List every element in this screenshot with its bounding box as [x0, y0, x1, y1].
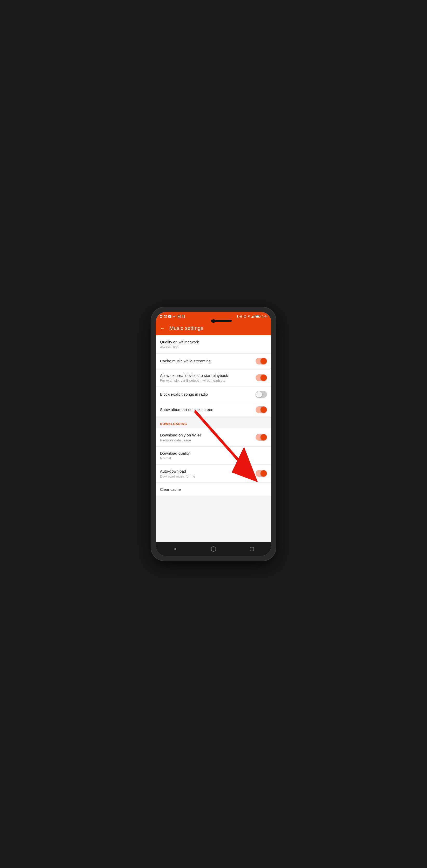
svg-rect-6 — [178, 315, 180, 318]
setting-title-album-art: Show album art on lock screen — [160, 407, 253, 412]
status-icons-right: 5:44 — [236, 315, 267, 318]
setting-text-block-explicit: Block explicit songs in radio — [160, 392, 256, 397]
phone-device: 5:44 ← Music settings Quality on wifi ne… — [151, 307, 276, 561]
svg-rect-27 — [250, 547, 254, 551]
setting-subtitle-download-wifi: Reduces data usage — [160, 438, 253, 442]
dnd-icon — [239, 315, 242, 318]
section-title-downloading: DOWNLOADING — [160, 422, 267, 426]
setting-item-auto-download[interactable]: Auto-download Download music for me — [156, 465, 271, 483]
svg-point-8 — [179, 316, 180, 316]
nav-recents-button[interactable] — [245, 542, 258, 556]
setting-text-auto-download: Auto-download Download music for me — [160, 469, 256, 478]
back-button[interactable]: ← — [160, 325, 165, 331]
status-gmail-icon — [164, 315, 167, 318]
section-header-downloading: DOWNLOADING — [156, 417, 271, 428]
setting-text-download-wifi: Download only on Wi-Fi Reduces data usag… — [160, 433, 256, 442]
toggle-download-wifi[interactable] — [256, 434, 267, 441]
signal-icon — [252, 315, 255, 318]
svg-rect-2 — [160, 317, 161, 318]
setting-text-external-devices: Allow external devices to start playback… — [160, 373, 256, 383]
setting-title-download-wifi: Download only on Wi-Fi — [160, 433, 253, 438]
wifi-icon — [247, 315, 251, 318]
setting-text-download-quality: Download quality Normal — [160, 451, 267, 460]
setting-item-quality-wifi[interactable]: Quality on wifi network Always High — [156, 335, 271, 353]
speaker — [211, 320, 232, 322]
toggle-knob-album-art — [261, 407, 267, 413]
svg-rect-20 — [252, 316, 253, 318]
settings-list: Quality on wifi network Always High Cach… — [156, 335, 271, 417]
status-instagram-icon — [178, 315, 180, 318]
setting-subtitle-quality-wifi: Always High — [160, 345, 264, 349]
battery-icon — [256, 315, 260, 318]
bluetooth-icon — [236, 315, 238, 318]
toggle-knob-block-explicit — [256, 391, 262, 398]
svg-rect-19 — [252, 317, 252, 318]
svg-point-7 — [178, 316, 179, 317]
status-instagram2-icon — [182, 315, 185, 318]
svg-point-26 — [211, 547, 216, 551]
setting-subtitle-download-quality: Normal — [160, 456, 264, 460]
phone-screen-container: 5:44 ← Music settings Quality on wifi ne… — [156, 312, 271, 556]
screen: 5:44 ← Music settings Quality on wifi ne… — [156, 312, 271, 556]
setting-title-external-devices: Allow external devices to start playback — [160, 373, 253, 378]
status-app1-icon — [160, 315, 163, 318]
setting-title-download-quality: Download quality — [160, 451, 264, 456]
svg-marker-25 — [174, 547, 176, 551]
settings-list-downloading: Download only on Wi-Fi Reduces data usag… — [156, 428, 271, 497]
svg-rect-3 — [161, 317, 162, 318]
setting-text-album-art: Show album art on lock screen — [160, 407, 256, 412]
status-time: 5:44 — [262, 315, 267, 318]
setting-subtitle-auto-download: Download music for me — [160, 474, 253, 478]
nav-bar — [156, 542, 271, 556]
nav-home-button[interactable] — [207, 542, 220, 556]
nav-back-button[interactable] — [169, 542, 182, 556]
setting-text-cache-music: Cache music while streaming — [160, 359, 256, 364]
toggle-album-art[interactable] — [256, 406, 267, 413]
toggle-knob-download-wifi — [261, 434, 267, 440]
toggle-knob-cache-music — [261, 358, 267, 364]
page-title: Music settings — [169, 325, 203, 331]
setting-text-clear-cache: Clear cache — [160, 487, 267, 492]
toggle-cache-music[interactable] — [256, 358, 267, 365]
svg-rect-1 — [161, 315, 162, 316]
toggle-knob-auto-download — [261, 470, 267, 476]
toggle-auto-download[interactable] — [256, 470, 267, 477]
status-icons-left — [160, 315, 185, 318]
setting-title-quality-wifi: Quality on wifi network — [160, 340, 264, 345]
app-bar: ← Music settings — [156, 321, 271, 335]
setting-title-cache-music: Cache music while streaming — [160, 359, 253, 364]
setting-item-download-quality[interactable]: Download quality Normal — [156, 446, 271, 465]
svg-rect-0 — [160, 315, 161, 316]
toggle-block-explicit[interactable] — [256, 391, 267, 398]
svg-rect-9 — [182, 315, 185, 318]
alarm-icon — [243, 315, 246, 318]
setting-item-external-devices[interactable]: Allow external devices to start playback… — [156, 369, 271, 387]
settings-content: Quality on wifi network Always High Cach… — [156, 335, 271, 542]
setting-title-clear-cache: Clear cache — [160, 487, 264, 492]
setting-item-album-art[interactable]: Show album art on lock screen — [156, 402, 271, 417]
setting-subtitle-external-devices: For example, car Bluetooth, wired headse… — [160, 378, 253, 382]
status-waves-icon — [173, 315, 176, 318]
setting-item-download-wifi[interactable]: Download only on Wi-Fi Reduces data usag… — [156, 428, 271, 446]
svg-rect-22 — [254, 315, 254, 318]
setting-title-auto-download: Auto-download — [160, 469, 253, 474]
setting-item-clear-cache[interactable]: Clear cache — [156, 483, 271, 497]
svg-point-10 — [183, 316, 184, 317]
svg-rect-21 — [253, 316, 254, 318]
status-youtube-icon — [168, 315, 171, 318]
toggle-knob-external-devices — [261, 375, 267, 381]
setting-text-quality-wifi: Quality on wifi network Always High — [160, 340, 267, 349]
setting-item-cache-music[interactable]: Cache music while streaming — [156, 353, 271, 369]
setting-title-block-explicit: Block explicit songs in radio — [160, 392, 253, 397]
setting-item-block-explicit[interactable]: Block explicit songs in radio — [156, 387, 271, 402]
svg-point-11 — [184, 316, 184, 316]
toggle-external-devices[interactable] — [256, 374, 267, 381]
